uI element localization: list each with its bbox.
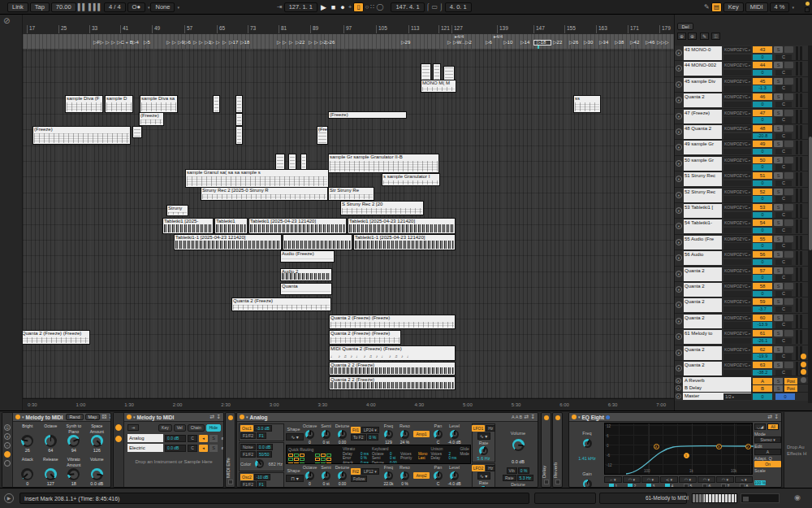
device-drop-zone[interactable]: Drop AuEffects H	[784, 412, 812, 488]
hot-swap-icon[interactable]: ⇄	[524, 414, 529, 420]
analog-param[interactable]: Shape∿ ▾	[286, 427, 301, 441]
track-number-badge[interactable]: 43	[753, 46, 772, 53]
clip[interactable]: Tabletki1 [2025-04-23 121420]	[348, 218, 456, 234]
track-name[interactable]: Quanta 2	[684, 283, 722, 297]
clip[interactable]: Tabletki1-1 [2025-04-23 121420]	[174, 234, 282, 250]
track-output-routing[interactable]: KOMPOZYC.	[723, 172, 751, 179]
track-volume[interactable]: -26.1	[753, 338, 772, 345]
track-row[interactable]: ▾Quanta 2KOMPOZYC.460SC	[675, 93, 810, 108]
clip[interactable]: (Freeze)	[32, 126, 131, 145]
clip[interactable]	[132, 126, 142, 138]
arm-button[interactable]	[784, 189, 793, 195]
locator-flag[interactable]: ▷6	[184, 39, 191, 45]
filter-sub-label[interactable]: Follow	[351, 475, 367, 482]
device-activator[interactable]	[555, 415, 560, 420]
locator-flag[interactable]: ▷	[193, 39, 197, 45]
groove-amount-select[interactable]: None	[150, 2, 175, 12]
solo-button[interactable]: S	[774, 251, 783, 258]
track-output-routing[interactable]: KOMPOZYC.	[723, 62, 751, 68]
track-output-sub[interactable]	[723, 275, 751, 281]
arm-button[interactable]	[784, 251, 793, 258]
analog-param[interactable]: Level-4.0 dB	[447, 423, 462, 445]
track-name[interactable]: 52 Struny Rec	[684, 189, 722, 202]
track-output-sub[interactable]	[723, 54, 751, 61]
punch-out-icon[interactable]: ⌡	[439, 3, 443, 11]
clip[interactable]	[235, 113, 243, 126]
clip[interactable]: Quanta 2 2 (Freeze)	[329, 376, 456, 390]
arm-button[interactable]	[784, 298, 793, 305]
arm-button[interactable]	[784, 267, 793, 274]
chain-volume[interactable]: 0.0 dB	[165, 445, 186, 452]
track-fold-icon[interactable]: ▾	[676, 239, 682, 245]
arm-button[interactable]	[784, 362, 793, 368]
track-output-sub[interactable]	[723, 259, 751, 266]
device-fold-icon[interactable]	[555, 480, 560, 484]
dice-icon[interactable]: ⚄	[102, 414, 106, 420]
device-activator[interactable]	[228, 415, 233, 420]
track-fold-icon[interactable]: ▾	[676, 318, 682, 324]
arm-button[interactable]	[784, 62, 793, 68]
locator-flag[interactable]: ▷34	[599, 39, 608, 45]
analog-param[interactable]: Freq129	[381, 423, 396, 445]
analog-param[interactable]: Semi0 st	[318, 465, 334, 486]
tap-tempo-button[interactable]: Tap	[30, 2, 50, 12]
arm-button[interactable]	[784, 219, 793, 226]
eq-node[interactable]: 1	[684, 453, 689, 458]
nudge-down-icon[interactable]: ▌▌	[78, 3, 87, 11]
locator-flag[interactable]: ▷5	[144, 39, 150, 45]
filter-type-dropdown[interactable]: ¬ ▾	[735, 476, 753, 483]
track-output-routing[interactable]: KOMPOZYC.	[723, 157, 751, 163]
track-fold-icon[interactable]: ▾	[676, 192, 682, 198]
track-volume[interactable]: -3.7	[753, 306, 772, 313]
arm-button[interactable]	[784, 315, 793, 321]
track-output-routing[interactable]: KOMPOZYC.	[723, 298, 751, 305]
osc-level[interactable]: -3.0 dB	[254, 425, 272, 432]
edit-channel-button[interactable]: A	[754, 449, 781, 455]
track-name[interactable]: 51 Struny Rec	[684, 172, 722, 186]
track-volume[interactable]: 0	[753, 196, 772, 202]
param-knob[interactable]	[384, 430, 393, 439]
fold-icon[interactable]: ▸	[676, 378, 681, 384]
link-button[interactable]: Link	[7, 2, 28, 12]
pan-control[interactable]: C	[775, 322, 792, 328]
arm-button[interactable]	[784, 283, 793, 289]
macro-control[interactable]: Attack0	[16, 457, 39, 488]
chain-hot-swap-icon[interactable]: ⇄	[219, 435, 224, 442]
clip[interactable]: MIDI Quanta 2 (Freeze) (Freeze)♩ ♪ ♫ ♪ ♩…	[329, 345, 456, 361]
track-row[interactable]: ▾Quanta 2KOMPOZYC.59-3.7SC	[675, 297, 810, 313]
locator-flag[interactable]: ▷W...	[453, 39, 465, 45]
track-fold-icon[interactable]: ▾	[676, 207, 682, 214]
record-button[interactable]: ●	[340, 3, 344, 11]
lfo-shape-dropdown[interactable]: ∿ ▾	[477, 432, 490, 440]
track-volume[interactable]: 0	[753, 259, 772, 266]
arm-button[interactable]	[784, 204, 793, 211]
clip[interactable]: Audio 2	[280, 268, 332, 281]
track-name[interactable]: 50 sample Gr	[684, 157, 722, 171]
clip[interactable]: sample Granul sa( sa sa sample s	[185, 169, 329, 188]
track-name[interactable]: Quanta 2	[684, 298, 722, 312]
track-number-badge[interactable]: 63	[753, 362, 772, 368]
chain-view-icon[interactable]	[4, 451, 11, 458]
device-fold-icon[interactable]: ▾	[246, 415, 248, 419]
arm-button[interactable]	[784, 78, 793, 85]
filter-type-dropdown[interactable]: ≺ ▾	[660, 476, 678, 483]
track-output-routing[interactable]: KOMPOZYC.	[723, 78, 751, 85]
clip[interactable]: sample Diva (F	[65, 95, 103, 113]
track-volume[interactable]: 0	[753, 212, 772, 219]
pan-control[interactable]: C	[775, 259, 792, 266]
analyze-toggle[interactable]: All	[767, 423, 779, 430]
devices-view-icon[interactable]	[4, 460, 11, 467]
osc-level[interactable]: 0.0 dB	[257, 444, 273, 450]
post-toggle[interactable]: Post	[784, 385, 797, 392]
key-map-button[interactable]: Key	[723, 2, 744, 12]
track-volume[interactable]: 0	[753, 243, 772, 250]
metronome-menu-caret[interactable]: ▾	[148, 5, 150, 10]
param-knob[interactable]	[434, 430, 443, 439]
eq-band-toggle[interactable]: ⌐ ▾1	[604, 476, 622, 488]
loop-toggle-icon[interactable]: ▭	[431, 3, 438, 11]
quick-routing-panel[interactable]: Quick Routing	[288, 447, 340, 462]
solo-button[interactable]: S	[774, 189, 783, 195]
track-output-sub[interactable]	[723, 338, 751, 345]
lfo-toggle[interactable]: LFO1	[472, 425, 486, 432]
freq-knob[interactable]	[583, 439, 592, 448]
